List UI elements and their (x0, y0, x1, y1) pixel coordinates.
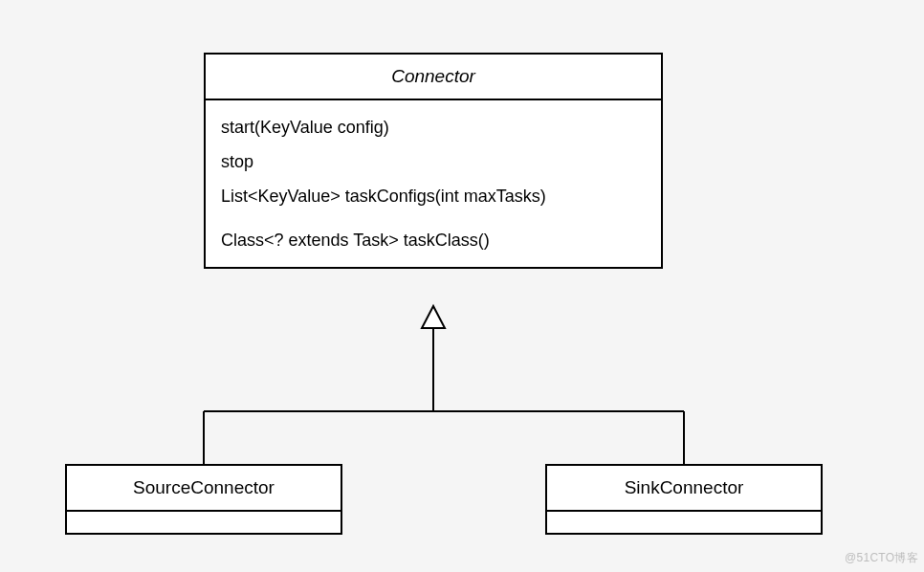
method: stop (221, 144, 646, 179)
method: Class<? extends Task> taskClass() (221, 223, 646, 257)
method: List<KeyValue> taskConfigs(int maxTasks) (221, 179, 646, 213)
class-name: Connector (206, 55, 661, 100)
class-name: SourceConnector (67, 466, 341, 512)
class-sink-connector: SinkConnector (545, 464, 823, 535)
class-name: SinkConnector (547, 466, 821, 512)
uml-class-diagram: Connector start(KeyValue config) stop Li… (0, 0, 924, 572)
method: start(KeyValue config) (221, 110, 646, 144)
class-source-connector: SourceConnector (65, 464, 342, 535)
class-members-empty (67, 512, 341, 533)
watermark: @51CTO博客 (845, 550, 918, 566)
class-connector: Connector start(KeyValue config) stop Li… (204, 53, 663, 269)
generalization-arrowhead-icon (422, 306, 445, 328)
class-methods: start(KeyValue config) stop List<KeyValu… (206, 100, 661, 267)
class-members-empty (547, 512, 821, 533)
